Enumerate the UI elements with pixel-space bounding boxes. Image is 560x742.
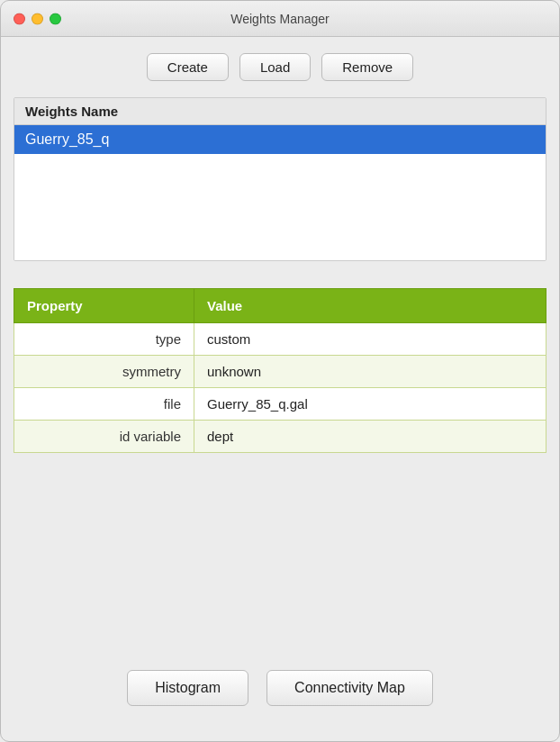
table-row: id variabledept bbox=[14, 421, 546, 453]
property-value: Guerry_85_q.gal bbox=[194, 388, 546, 421]
weights-table: Weights Name Guerry_85_q bbox=[14, 97, 546, 261]
toolbar: Create Load Remove bbox=[1, 37, 559, 97]
properties-table: Property Value typecustomsymmetryunknown… bbox=[14, 288, 546, 453]
table-row: typecustom bbox=[14, 323, 546, 356]
property-value: unknown bbox=[194, 356, 546, 388]
window-title: Weights Manager bbox=[230, 12, 329, 26]
value-column-header: Value bbox=[194, 289, 546, 323]
load-button[interactable]: Load bbox=[239, 53, 311, 81]
table-row: symmetryunknown bbox=[14, 356, 546, 388]
property-value: dept bbox=[194, 421, 546, 453]
property-value: custom bbox=[194, 323, 546, 356]
bottom-toolbar: Histogram Connectivity Map bbox=[0, 652, 560, 724]
properties-section: Property Value typecustomsymmetryunknown… bbox=[14, 288, 546, 453]
remove-button[interactable]: Remove bbox=[321, 53, 413, 81]
minimize-button[interactable] bbox=[32, 13, 43, 24]
property-label: id variable bbox=[14, 421, 194, 453]
property-label: file bbox=[14, 388, 194, 421]
close-button[interactable] bbox=[14, 13, 25, 24]
weights-selected-row[interactable]: Guerry_85_q bbox=[14, 125, 546, 154]
property-column-header: Property bbox=[14, 289, 194, 323]
weights-body: Guerry_85_q bbox=[14, 125, 546, 260]
properties-header-row: Property Value bbox=[14, 289, 546, 323]
weights-column-header: Weights Name bbox=[14, 98, 546, 125]
connectivity-map-button[interactable]: Connectivity Map bbox=[266, 670, 433, 706]
histogram-button[interactable]: Histogram bbox=[127, 670, 248, 706]
create-button[interactable]: Create bbox=[147, 53, 229, 81]
table-row: fileGuerry_85_q.gal bbox=[14, 388, 546, 421]
property-label: type bbox=[14, 323, 194, 356]
property-label: symmetry bbox=[14, 356, 194, 388]
traffic-lights bbox=[14, 13, 61, 24]
title-bar: Weights Manager bbox=[1, 1, 559, 37]
maximize-button[interactable] bbox=[50, 13, 61, 24]
